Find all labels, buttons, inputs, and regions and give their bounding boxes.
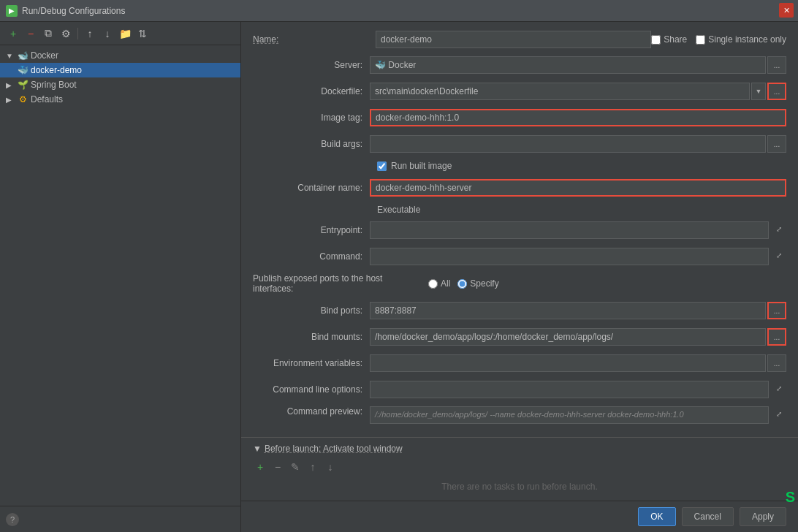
defaults-label: Defaults — [31, 94, 63, 104]
publish-ports-radio-group: All Specify — [428, 278, 499, 289]
cmd-options-expand-button[interactable]: ⤢ — [772, 381, 786, 395]
tree-item-docker-group[interactable]: ▼ 🐋 Docker — [0, 48, 240, 63]
run-built-image-row: Run built image — [253, 161, 786, 171]
bind-ports-label: Bind ports: — [253, 305, 370, 316]
before-launch-add-button[interactable]: + — [253, 460, 267, 474]
run-built-image-label: Run built image — [391, 161, 452, 171]
cancel-button[interactable]: Cancel — [682, 507, 734, 526]
radio-specify-label: Specify — [470, 278, 498, 289]
docker-demo-icon: 🐳 — [18, 65, 28, 75]
docker-demo-label: docker-demo — [31, 65, 82, 75]
bind-ports-browse-button[interactable]: ... — [767, 302, 786, 319]
tree-item-docker-demo[interactable]: ▶ 🐳 docker-demo — [0, 63, 240, 77]
add-config-button[interactable]: + — [6, 26, 20, 41]
cmd-preview-expand-button[interactable]: ⤢ — [772, 406, 786, 421]
container-name-input[interactable] — [370, 179, 786, 197]
before-launch-edit-button[interactable]: ✎ — [288, 460, 303, 474]
command-label: Command: — [253, 251, 370, 262]
image-tag-label: Image tag: — [253, 113, 370, 123]
cmd-options-input-group: ⤢ — [370, 381, 786, 398]
cmd-preview-text: /:/home/docker_demo/app/logs/ --name doc… — [370, 406, 769, 424]
before-launch-header[interactable]: ▼ Before launch: Activate tool window — [253, 444, 786, 454]
settings-button[interactable]: ⚙ — [58, 26, 73, 41]
cmd-preview-label: Command preview: — [253, 406, 370, 417]
name-section: Name: — [253, 31, 651, 48]
name-label: Name: — [253, 34, 370, 45]
title-bar: ▶ Run/Debug Configurations ✕ — [0, 0, 798, 22]
env-vars-input-group: ... — [370, 354, 786, 372]
before-launch-section: ▼ Before launch: Activate tool window + … — [241, 437, 798, 501]
publish-ports-row: Publish exposed ports to the host interf… — [253, 273, 786, 294]
watermark: S — [786, 489, 795, 506]
env-vars-row: Environment variables: ... — [253, 354, 786, 373]
ok-button[interactable]: OK — [638, 507, 675, 526]
before-launch-remove-button[interactable]: − — [270, 460, 285, 474]
docker-group-label: Docker — [31, 50, 58, 61]
env-vars-input[interactable] — [370, 354, 766, 372]
dialog-title: Run/Debug Configurations — [22, 6, 125, 16]
dockerfile-select[interactable]: src\main\docker\Dockerfile — [370, 83, 750, 100]
apply-button[interactable]: Apply — [740, 507, 786, 526]
single-instance-checkbox-group: Single instance only — [696, 34, 786, 45]
cmd-options-input[interactable] — [370, 381, 769, 398]
tree-item-defaults[interactable]: ▶ ⚙ Defaults — [0, 92, 240, 107]
entrypoint-expand-button[interactable]: ⤢ — [772, 221, 786, 236]
single-instance-checkbox[interactable] — [696, 35, 705, 45]
before-launch-down-button[interactable]: ↓ — [323, 460, 338, 474]
help-button[interactable]: ? — [6, 513, 19, 526]
move-down-button[interactable]: ↓ — [100, 26, 115, 41]
env-vars-browse-button[interactable]: ... — [767, 354, 786, 372]
bind-ports-input-group: ... — [370, 302, 786, 319]
container-name-label: Container name: — [253, 183, 370, 193]
share-checkbox[interactable] — [651, 35, 661, 45]
cmd-options-label: Command line options: — [253, 384, 370, 395]
share-section: Share Single instance only — [651, 34, 786, 45]
cmd-preview-content: /:/home/docker_demo/app/logs/ --name doc… — [370, 406, 786, 424]
container-name-row: Container name: — [253, 178, 786, 197]
cmd-preview-row: Command preview: /:/home/docker_demo/app… — [253, 406, 786, 424]
image-tag-input[interactable] — [370, 109, 786, 126]
bind-mounts-label: Bind mounts: — [253, 332, 370, 342]
single-instance-label: Single instance only — [708, 34, 786, 45]
before-launch-empty-message: There are no tasks to run before launch. — [253, 479, 786, 495]
dockerfile-dropdown-arrow[interactable]: ▼ — [751, 83, 766, 100]
remove-config-button[interactable]: − — [23, 26, 38, 41]
share-label: Share — [664, 34, 687, 45]
bind-mounts-row: Bind mounts: ... — [253, 327, 786, 346]
bind-mounts-input-group: ... — [370, 328, 786, 346]
dockerfile-label: Dockerfile: — [253, 86, 370, 96]
build-args-browse-button[interactable]: ... — [767, 135, 786, 153]
dockerfile-input-group: src\main\docker\Dockerfile ▼ ... — [370, 83, 786, 100]
build-args-input[interactable] — [370, 135, 766, 153]
server-browse-button[interactable]: ... — [767, 56, 786, 74]
before-launch-up-button[interactable]: ↑ — [305, 460, 320, 474]
dockerfile-row: Dockerfile: src\main\docker\Dockerfile ▼… — [253, 82, 786, 101]
left-panel: + − ⧉ ⚙ ↑ ↓ 📁 ⇅ ▼ 🐋 Docker ▶ 🐳 docker-de… — [0, 22, 241, 532]
entrypoint-input[interactable] — [370, 221, 769, 239]
bind-mounts-browse-button[interactable]: ... — [767, 328, 786, 346]
folder-button[interactable]: 📁 — [118, 26, 132, 41]
before-launch-toolbar: + − ✎ ↑ ↓ — [253, 460, 786, 474]
command-expand-button[interactable]: ⤢ — [772, 248, 786, 262]
command-input[interactable] — [370, 248, 769, 265]
radio-specify[interactable] — [457, 279, 467, 289]
copy-config-button[interactable]: ⧉ — [41, 26, 56, 41]
name-share-row: Name: Share Single instance only — [253, 31, 786, 48]
config-tree: ▼ 🐋 Docker ▶ 🐳 docker-demo ▶ 🌱 Spring Bo… — [0, 45, 240, 506]
toolbar-divider-1 — [77, 28, 78, 39]
radio-all[interactable] — [428, 279, 438, 289]
close-button[interactable]: ✕ — [779, 3, 794, 18]
entrypoint-label: Entrypoint: — [253, 225, 370, 235]
name-input[interactable] — [376, 31, 651, 48]
sort-button[interactable]: ⇅ — [135, 26, 150, 41]
executable-section-label: Executable — [253, 205, 786, 215]
bind-ports-input[interactable] — [370, 302, 766, 319]
move-up-button[interactable]: ↑ — [83, 26, 97, 41]
dockerfile-browse-button[interactable]: ... — [767, 83, 786, 100]
expand-arrow-defaults: ▶ — [6, 96, 15, 104]
tree-item-spring-boot[interactable]: ▶ 🌱 Spring Boot — [0, 77, 240, 92]
run-built-image-checkbox[interactable] — [377, 162, 387, 171]
server-select[interactable]: 🐳 Docker — [370, 56, 766, 74]
bind-mounts-input[interactable] — [370, 328, 766, 346]
dialog-buttons: OK Cancel Apply — [241, 501, 798, 532]
